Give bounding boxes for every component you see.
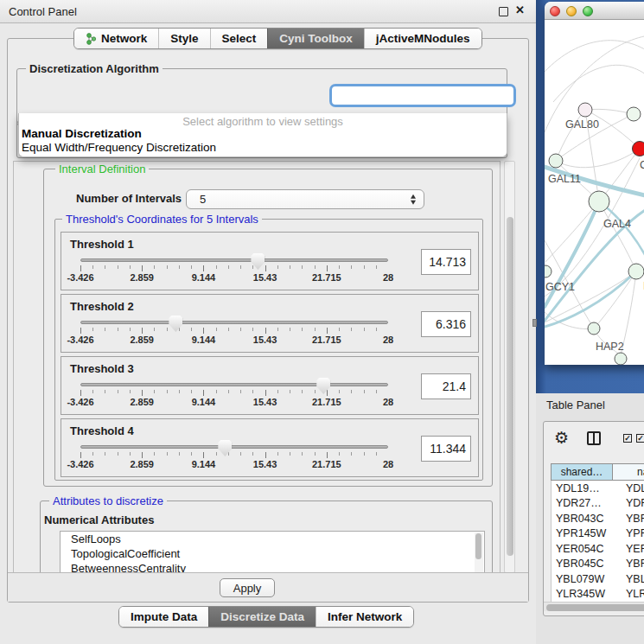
tab-style[interactable]: Style [158,29,209,48]
interval-definition-label: Interval Definition [55,163,149,175]
close-icon[interactable]: ✕ [515,3,525,16]
threshold-2-slider[interactable]: -3.426 2.859 9.144 15.43 21.715 28 [80,316,388,350]
table-row[interactable]: YDL19…YDL1 [552,481,644,496]
zoom-traffic-light-icon[interactable] [583,6,593,16]
minimize-traffic-light-icon[interactable] [566,6,577,16]
control-panel-title: Control Panel [9,5,77,18]
threshold-1-box: Threshold 1 -3.426 2.859 9.144 15.43 [61,232,479,290]
table-row[interactable]: YDR27…YDR2 [552,496,644,512]
control-panel-tabbar: Network Style Select Cyni Toolbox jActiv… [73,28,482,49]
tab-network-label: Network [101,32,147,45]
node-hap2 [588,322,600,335]
node-h [628,264,644,279]
network-view-background: GAL80 G C GAL11 GAL4 GCY1 H HAP2 [536,0,644,393]
table-horizontal-scrollbar[interactable] [544,602,644,611]
number-of-intervals-label: Number of Intervals [76,192,182,205]
apply-button[interactable]: Apply [220,578,275,597]
node-gal80 [578,103,592,117]
network-canvas[interactable]: GAL80 G C GAL11 GAL4 GCY1 H HAP2 [545,20,644,365]
node-g [627,107,641,121]
column-layout-icon[interactable] [587,431,601,445]
network-view-window: GAL80 G C GAL11 GAL4 GCY1 H HAP2 [545,2,644,365]
list-item[interactable]: BetweennessCentrality [61,561,484,573]
list-scrollbar[interactable] [475,532,483,573]
gear-icon[interactable]: ⚙ [554,428,569,448]
checkbox-icon[interactable]: ✓ [623,434,632,443]
threshold-3-box: Threshold 3 -3.426 2.859 9.144 15.43 [61,356,479,415]
node-red [633,142,644,156]
column-header-name[interactable]: na [613,463,644,481]
cyni-toolbox-panel: Discretization Algorithm Table Data galF… [7,38,529,603]
threshold-3-value[interactable]: 21.4 [421,373,471,399]
attributes-group-label: Attributes to discretize [49,494,167,507]
node-label: C [640,159,644,171]
control-panel-titlebar: Control Panel ✕ [0,0,536,23]
table-header: shared… na [551,463,644,481]
number-of-intervals-combobox[interactable]: 5 [186,189,424,209]
popup-hint: Select algorithm to view settings [19,115,507,128]
table-panel: ⚙ ✓ ✓ shared… na YDL19…YDL1 YDR27…YDR2 Y… [543,421,644,616]
cyni-bottom-tabbar: Impute Data Discretize Data Infer Networ… [118,606,414,628]
popup-item-equal-width[interactable]: Equal Width/Frequency Discretization [22,141,216,154]
thresholds-group: Threshold's Coordinates for 5 Intervals … [54,219,483,481]
combo-stepper-icon [411,194,416,205]
tab-jactivemnodules[interactable]: jActiveMNodules [364,29,481,48]
thresholds-stack: Threshold 1 -3.426 2.859 9.144 15.43 [61,232,479,477]
tab-discretize-data[interactable]: Discretize Data [208,607,316,627]
tab-infer-network[interactable]: Infer Network [316,607,413,627]
number-of-intervals-value: 5 [200,193,206,206]
table-row[interactable]: YBR045CYBR0 [552,557,644,572]
control-panel-window: Control Panel ✕ Network Style Select Cyn… [0,0,536,644]
attributes-group: Attributes to discretize Numerical Attri… [40,501,493,573]
table-row[interactable]: YPR145WYPR1 [552,526,644,542]
threshold-4-slider[interactable]: -3.426 2.859 9.144 15.43 21.715 28 [80,440,388,475]
numerical-attributes-list[interactable]: SelfLoops TopologicalCoefficient Between… [60,531,485,573]
table-row[interactable]: YLR345WYLR3 [552,587,644,603]
threshold-4-box: Threshold 4 -3.426 2.859 9.144 15.43 [61,418,479,477]
table-row[interactable]: YBR043CYBR0 [552,511,644,526]
list-item[interactable]: TopologicalCoefficient [61,546,484,561]
checkbox-icon[interactable]: ✓ [636,434,644,443]
apply-strip: Apply [8,572,528,602]
node-bottom [615,353,627,365]
numerical-attributes-label: Numerical Attributes [44,513,154,526]
threshold-2-box: Threshold 2 -3.426 2.859 9.144 15.43 [61,294,479,353]
popup-item-manual-discretization[interactable]: Manual Discretization [22,127,142,140]
table-row[interactable]: YER054CYER0 [552,541,644,557]
threshold-2-value[interactable]: 6.316 [421,311,471,337]
table-row[interactable]: YBL079WYBL0 [552,571,644,587]
node-gcy1 [545,265,552,277]
tab-network[interactable]: Network [74,29,158,48]
threshold-1-value[interactable]: 14.713 [421,249,471,275]
tab-impute-data[interactable]: Impute Data [119,607,208,627]
interval-definition-group: Interval Definition Number of Intervals … [43,169,493,487]
node-gal11 [549,154,563,168]
tab-select[interactable]: Select [210,29,268,48]
close-traffic-light-icon[interactable] [550,6,560,16]
algorithm-dropdown-popup: Select algorithm to view settings Manual… [18,113,507,157]
threshold-1-slider[interactable]: -3.426 2.859 9.144 15.43 21.715 28 [80,253,388,288]
right-region: GAL80 G C GAL11 GAL4 GCY1 H HAP2 Table P… [536,0,644,644]
node-label: GAL80 [565,118,599,131]
node-label: GCY1 [545,281,575,293]
table-panel-title: Table Panel [546,399,605,411]
thresholds-group-label: Threshold's Coordinates for 5 Intervals [62,213,262,226]
threshold-4-value[interactable]: 11.344 [421,436,471,462]
column-header-shared[interactable]: shared… [551,463,613,481]
node-label: GAL4 [603,218,631,230]
split-pane-handle[interactable] [532,319,537,327]
network-window-titlebar [545,2,644,20]
node-table: shared… na YDL19…YDL1 YDR27…YDR2 YBR043C… [551,463,644,608]
node-gal4 [589,191,609,212]
discretization-algorithm-label: Discretization Algorithm [26,62,163,75]
float-window-icon[interactable] [499,7,508,16]
settings-scroll-area: Interval Definition Number of Intervals … [13,161,501,573]
table-panel-toolbar: ⚙ ✓ ✓ [544,422,644,456]
algorithm-combobox[interactable] [329,84,516,107]
tab-cyni-toolbox[interactable]: Cyni Toolbox [267,29,364,48]
settings-vertical-scrollbar[interactable] [504,161,515,573]
node-label: GAL11 [548,173,581,185]
list-item[interactable]: SelfLoops [61,532,484,546]
threshold-3-slider[interactable]: -3.426 2.859 9.144 15.43 21.715 28 [80,378,388,412]
node-label: HAP2 [596,341,624,353]
